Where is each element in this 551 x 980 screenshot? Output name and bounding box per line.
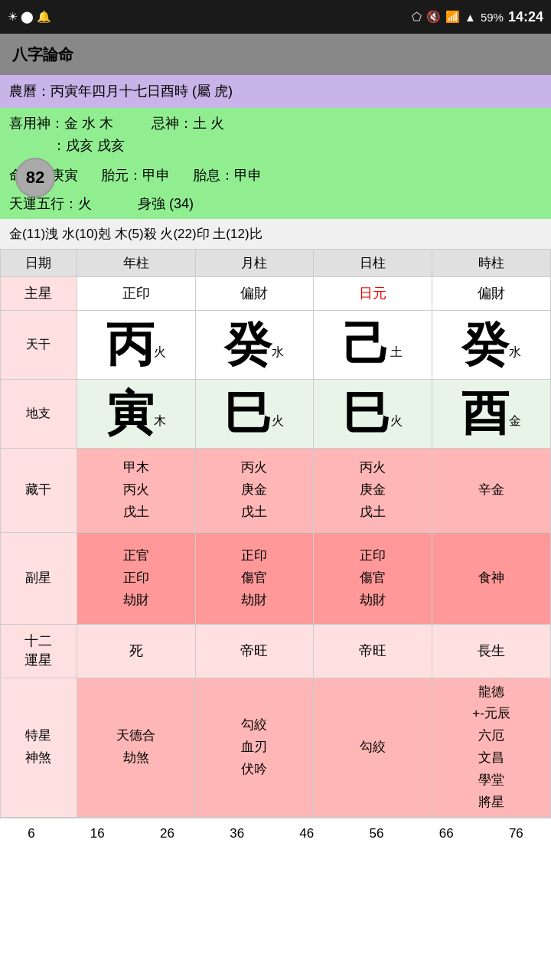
status-right: ⬠ 🔇 📶 ▲ 59% 14:24 bbox=[412, 9, 543, 25]
tiangan-shi-elem: 水 bbox=[509, 345, 521, 358]
col-nianzhu: 年柱 bbox=[77, 249, 195, 276]
title-bar: 八字論命 bbox=[0, 34, 551, 75]
app-title: 八字論命 bbox=[12, 44, 73, 65]
jishen-text: 忌神：土 火 bbox=[152, 116, 224, 131]
bazi-table: 日期 年柱 月柱 日柱 時柱 主星 正印 偏財 日元 偏財 天干 丙火 癸水 己… bbox=[0, 249, 551, 818]
info-section: 農曆：丙寅年四月十七日酉時 (屬 虎) bbox=[0, 75, 551, 108]
bluetooth-icon: ⬠ bbox=[412, 10, 422, 24]
tiangan-label: 天干 bbox=[1, 310, 77, 379]
mute-icon: 🔇 bbox=[426, 10, 441, 24]
fuxing-ri: 正印 傷官 劫財 bbox=[314, 532, 432, 624]
signal-icon: ▲ bbox=[465, 11, 476, 24]
god-line2-wrapper: 82 ：戌亥 戌亥 bbox=[9, 135, 542, 157]
zhuxing-row: 主星 正印 偏財 日元 偏財 bbox=[1, 276, 551, 310]
dizhi-nian-char: 寅 bbox=[106, 387, 154, 439]
lunar-info: 農曆：丙寅年四月十七日酉時 (屬 虎) bbox=[9, 81, 542, 102]
tiangan-yue: 癸水 bbox=[195, 310, 314, 379]
shier-yue: 帝旺 bbox=[195, 624, 314, 678]
shier-row: 十二 運星 死 帝旺 帝旺 長生 bbox=[1, 624, 551, 678]
shier-label: 十二 運星 bbox=[1, 624, 77, 678]
bottom-num-36: 36 bbox=[230, 826, 244, 841]
fuxing-label: 副星 bbox=[1, 532, 77, 624]
sun-icon: ☀ bbox=[8, 10, 18, 24]
tiangan-nian-char: 丙 bbox=[106, 318, 154, 371]
five-elem-text: 金(11)洩 水(10)剋 木(5)殺 火(22)印 土(12)比 bbox=[9, 225, 262, 243]
bottom-num-6: 6 bbox=[28, 826, 34, 841]
dizhi-yue: 巳火 bbox=[195, 379, 314, 448]
dizhi-label: 地支 bbox=[1, 379, 77, 448]
tiangan-ri-char: 己 bbox=[343, 318, 390, 371]
fuxing-nian: 正官 正印 劫財 bbox=[77, 532, 195, 624]
score-badge: 82 bbox=[15, 158, 55, 198]
zhuxing-shi: 偏財 bbox=[432, 276, 551, 310]
tiangan-shi: 癸水 bbox=[432, 310, 551, 379]
tiangan-yue-char: 癸 bbox=[224, 318, 272, 371]
texing-nian: 天德合 劫煞 bbox=[77, 678, 195, 817]
canggan-label: 藏干 bbox=[1, 448, 77, 532]
canggan-shi: 辛金 bbox=[432, 448, 551, 532]
xiyong-text: 喜用神：金 水 木 bbox=[9, 116, 113, 131]
texing-yue: 勾絞 血刃 伏吟 bbox=[195, 678, 314, 817]
shengqiang: 身強 (34) bbox=[138, 194, 194, 214]
status-left: ☀ ⬤ 🔔 bbox=[8, 10, 51, 24]
dizhi-ri-elem: 火 bbox=[390, 414, 403, 427]
bottom-num-76: 76 bbox=[509, 826, 523, 841]
bottom-num-56: 56 bbox=[370, 826, 384, 841]
col-riqi: 日期 bbox=[1, 249, 77, 276]
col-shizhu: 時柱 bbox=[432, 249, 551, 276]
canggan-ri: 丙火 庚金 戊土 bbox=[314, 448, 432, 532]
battery-text: 59% bbox=[481, 11, 504, 24]
bottom-num-46: 46 bbox=[299, 826, 314, 841]
texing-label: 特星 神煞 bbox=[1, 678, 77, 817]
dizhi-yue-char: 巳 bbox=[224, 387, 272, 439]
shier-shi: 長生 bbox=[432, 624, 551, 678]
wifi-icon: 📶 bbox=[445, 10, 460, 24]
bottom-num-26: 26 bbox=[160, 826, 174, 841]
tiangan-ri-elem: 土 bbox=[390, 345, 403, 358]
texing-row: 特星 神煞 天德合 劫煞 勾絞 血刃 伏吟 勾絞 龍德 +-元辰 六厄 文昌 學… bbox=[1, 678, 551, 817]
circle-icon: ⬤ bbox=[21, 10, 34, 24]
dizhi-row: 地支 寅木 巳火 巳火 酉金 bbox=[1, 379, 551, 448]
dizhi-nian: 寅木 bbox=[77, 379, 195, 448]
taiyuan: 胎元：甲申 bbox=[101, 166, 170, 185]
table-header-row: 日期 年柱 月柱 日柱 時柱 bbox=[1, 249, 551, 276]
tiangan-yue-elem: 水 bbox=[272, 345, 284, 358]
dizhi-shi-char: 酉 bbox=[461, 387, 509, 439]
dizhi-shi-elem: 金 bbox=[509, 414, 521, 427]
taixi: 胎息：甲申 bbox=[193, 166, 262, 185]
bottom-num-16: 16 bbox=[90, 826, 105, 841]
dizhi-ri-char: 巳 bbox=[343, 387, 390, 439]
tiangan-nian-elem: 火 bbox=[154, 345, 166, 358]
dizhi-nian-elem: 木 bbox=[154, 414, 166, 427]
zhuxing-label: 主星 bbox=[1, 276, 77, 310]
tiangan-row: 天干 丙火 癸水 己土 癸水 bbox=[1, 310, 551, 379]
tiangan-shi-char: 癸 bbox=[461, 318, 509, 371]
element-section: 天運五行：火 身強 (34) bbox=[0, 189, 551, 219]
bottom-bar: 6 16 26 36 46 56 66 76 bbox=[0, 818, 551, 849]
five-elements-bar: 金(11)洩 水(10)剋 木(5)殺 火(22)印 土(12)比 bbox=[0, 219, 551, 249]
texing-shi: 龍德 +-元辰 六厄 文昌 學堂 將星 bbox=[432, 678, 551, 817]
zhuxing-nian: 正印 bbox=[77, 276, 195, 310]
god-line2: ：戌亥 戌亥 bbox=[52, 138, 125, 153]
bottom-num-66: 66 bbox=[439, 826, 454, 841]
fuxing-yue: 正印 傷官 劫財 bbox=[195, 532, 314, 624]
fuxing-shi: 食神 bbox=[432, 532, 551, 624]
time-display: 14:24 bbox=[508, 9, 543, 25]
col-rizhu: 日柱 bbox=[314, 249, 432, 276]
zhuxing-yue: 偏財 bbox=[195, 276, 314, 310]
app-icon: 🔔 bbox=[37, 10, 51, 24]
texing-ri: 勾絞 bbox=[314, 678, 432, 817]
dizhi-yue-elem: 火 bbox=[272, 414, 284, 427]
dizhi-shi: 酉金 bbox=[432, 379, 551, 448]
tianyun: 天運五行：火 bbox=[9, 194, 92, 214]
cmd-section: 命宮：庚寅 胎元：甲申 胎息：甲申 bbox=[0, 162, 551, 189]
canggan-nian: 甲木 丙火 戊土 bbox=[77, 448, 195, 532]
canggan-row: 藏干 甲木 丙火 戊土 丙火 庚金 戊土 丙火 庚金 戊土 辛金 bbox=[1, 448, 551, 532]
god-section: 喜用神：金 水 木 忌神：土 火 82 ：戌亥 戌亥 bbox=[0, 108, 551, 162]
col-yuezhu: 月柱 bbox=[195, 249, 314, 276]
shier-nian: 死 bbox=[77, 624, 195, 678]
shier-ri: 帝旺 bbox=[314, 624, 432, 678]
tiangan-nian: 丙火 bbox=[77, 310, 195, 379]
zhuxing-ri: 日元 bbox=[314, 276, 432, 310]
fuxing-row: 副星 正官 正印 劫財 正印 傷官 劫財 正印 傷官 劫財 食神 bbox=[1, 532, 551, 624]
